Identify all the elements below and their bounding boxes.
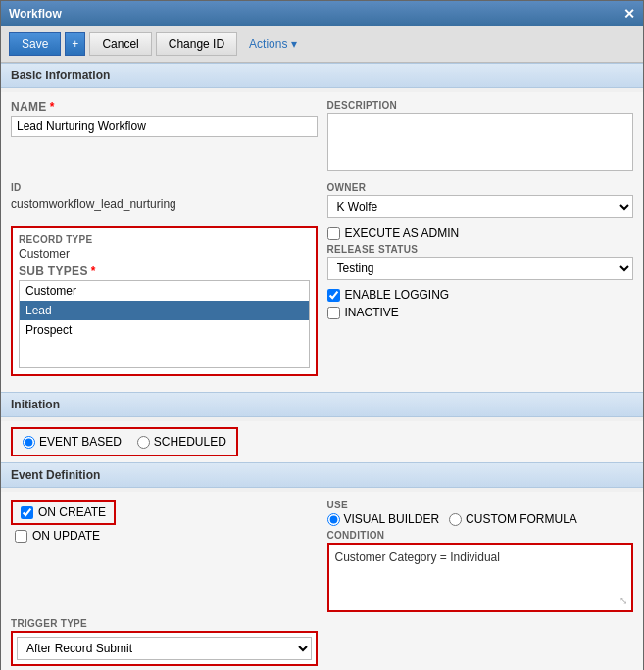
- on-create-label: ON CREATE: [38, 505, 106, 519]
- close-icon[interactable]: ✕: [623, 6, 635, 22]
- inactive-label: INACTIVE: [345, 306, 399, 319]
- record-type-col: RECORD TYPE Customer SUB TYPES * Custome…: [11, 226, 318, 376]
- trigger-type-select[interactable]: After Record Submit Before Record Submit…: [17, 637, 312, 660]
- use-col: USE VISUAL BUILDER CUSTOM FORMULA CONDIT…: [327, 500, 634, 612]
- record-type-label: RECORD TYPE: [19, 234, 310, 245]
- visual-builder-row: VISUAL BUILDER: [327, 512, 440, 526]
- enable-logging-checkbox[interactable]: [327, 289, 340, 302]
- condition-box: Customer Category = Individual ⤡: [327, 543, 634, 612]
- content-area: Basic Information NAME * DESCRIPTION ID …: [1, 63, 643, 670]
- name-col: NAME *: [11, 100, 318, 174]
- on-create-box: ON CREATE: [11, 500, 116, 525]
- status-col: EXECUTE AS ADMIN RELEASE STATUS Testing …: [327, 226, 634, 376]
- listbox-item-customer[interactable]: Customer: [20, 281, 309, 301]
- event-def-top-row: ON CREATE ON UPDATE USE VISUAL BUILDER: [11, 500, 633, 612]
- owner-select[interactable]: K Wolfe: [327, 195, 634, 218]
- sub-types-label: SUB TYPES *: [19, 264, 310, 278]
- name-input[interactable]: [11, 116, 318, 137]
- saved-search-col: SAVED SEARCH: [327, 618, 634, 670]
- listbox-item-prospect[interactable]: Prospect: [20, 320, 309, 340]
- execute-as-admin-checkbox[interactable]: [327, 227, 340, 240]
- initiation-section-header: Initiation: [1, 392, 643, 417]
- use-label: USE: [327, 500, 634, 510]
- trigger-type-label: TRIGGER TYPE: [11, 618, 318, 629]
- change-id-button[interactable]: Change ID: [156, 32, 237, 56]
- trigger-col: TRIGGER TYPE After Record Submit Before …: [11, 618, 318, 670]
- event-def-left: ON CREATE ON UPDATE: [11, 500, 318, 612]
- inactive-checkbox[interactable]: [327, 307, 340, 319]
- description-textarea[interactable]: [327, 113, 634, 171]
- custom-formula-label: CUSTOM FORMULA: [466, 512, 577, 526]
- plus-button[interactable]: +: [65, 32, 85, 56]
- trigger-type-box: After Record Submit Before Record Submit…: [11, 631, 318, 666]
- owner-label: OWNER: [327, 182, 634, 193]
- on-update-row: ON UPDATE: [15, 529, 318, 543]
- id-row: ID customworkflow_lead_nurturing OWNER K…: [11, 182, 633, 218]
- event-def-area: ON CREATE ON UPDATE USE VISUAL BUILDER: [1, 492, 643, 670]
- sub-types-listbox[interactable]: Customer Lead Prospect: [19, 280, 310, 368]
- basic-info-form: NAME * DESCRIPTION ID customworkflow_lea…: [1, 92, 643, 392]
- event-def-header: Event Definition: [1, 462, 643, 488]
- on-update-checkbox[interactable]: [15, 530, 27, 543]
- event-def-bottom-row: TRIGGER TYPE After Record Submit Before …: [11, 618, 633, 670]
- basic-info-header: Basic Information: [1, 63, 643, 88]
- title-bar: Workflow ✕: [1, 1, 643, 26]
- workflow-window: Workflow ✕ Save + Cancel Change ID Actio…: [0, 0, 644, 670]
- inactive-row: INACTIVE: [327, 306, 634, 319]
- save-button[interactable]: Save: [9, 32, 61, 56]
- name-row: NAME * DESCRIPTION: [11, 100, 633, 174]
- condition-label: CONDITION: [327, 530, 634, 541]
- actions-button[interactable]: Actions ▾: [241, 33, 305, 55]
- visual-builder-radio[interactable]: [327, 513, 340, 526]
- enable-logging-row: ENABLE LOGGING: [327, 288, 634, 302]
- id-col: ID customworkflow_lead_nurturing: [11, 182, 318, 218]
- id-value: customworkflow_lead_nurturing: [11, 195, 318, 213]
- owner-row: K Wolfe: [327, 195, 634, 218]
- scheduled-radio[interactable]: [137, 436, 150, 449]
- scheduled-label: SCHEDULED: [154, 435, 226, 449]
- description-label: DESCRIPTION: [327, 100, 634, 111]
- cancel-button[interactable]: Cancel: [89, 32, 151, 56]
- enable-logging-label: ENABLE LOGGING: [345, 288, 450, 302]
- on-create-checkbox[interactable]: [21, 506, 33, 519]
- visual-builder-label: VISUAL BUILDER: [344, 512, 440, 526]
- release-status-select[interactable]: Testing Released Deprecated: [327, 257, 634, 280]
- resize-handle[interactable]: ⤡: [333, 596, 628, 606]
- event-based-label: EVENT BASED: [39, 435, 122, 449]
- release-status-label: RELEASE STATUS: [327, 244, 634, 255]
- listbox-item-lead[interactable]: Lead: [20, 301, 309, 320]
- use-radio-row: VISUAL BUILDER CUSTOM FORMULA: [327, 512, 634, 526]
- record-type-value: Customer: [19, 247, 310, 261]
- id-label: ID: [11, 182, 318, 193]
- execute-as-admin-label: EXECUTE AS ADMIN: [345, 226, 460, 240]
- custom-formula-radio[interactable]: [449, 513, 462, 526]
- event-based-radio[interactable]: [23, 436, 35, 449]
- custom-formula-row: CUSTOM FORMULA: [449, 512, 577, 526]
- condition-text: Customer Category = Individual: [333, 549, 628, 566]
- name-label: NAME *: [11, 100, 318, 114]
- record-type-row: RECORD TYPE Customer SUB TYPES * Custome…: [11, 226, 633, 376]
- on-update-label: ON UPDATE: [32, 529, 100, 543]
- window-title: Workflow: [9, 7, 62, 21]
- owner-col: OWNER K Wolfe: [327, 182, 634, 218]
- description-col: DESCRIPTION: [327, 100, 634, 174]
- toolbar: Save + Cancel Change ID Actions ▾: [1, 26, 643, 63]
- record-type-box: RECORD TYPE Customer SUB TYPES * Custome…: [11, 226, 318, 376]
- execute-as-admin-row: EXECUTE AS ADMIN: [327, 226, 634, 240]
